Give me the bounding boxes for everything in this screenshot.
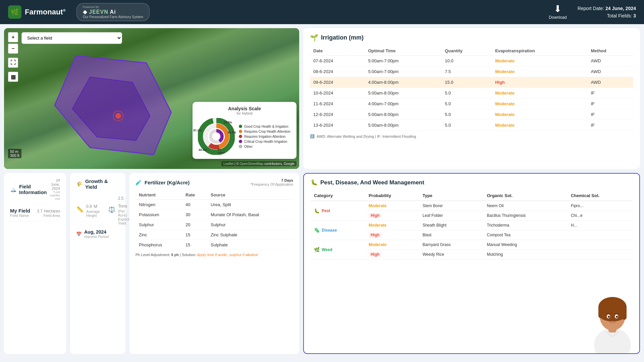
field-info-header: 🏔️ Field Information 24 June, 2024 *Last… (10, 178, 60, 200)
field-area-label: Field Area (37, 214, 60, 218)
svg-rect-18 (598, 305, 603, 318)
fertilizer-row: Nitrogen 40 Urea, Split (136, 200, 293, 210)
pest-prob: High (365, 211, 419, 221)
field-select-input[interactable]: Select a field (21, 32, 122, 44)
fertilizer-note: Ph Level Adjustment: 6 ph | Solution: Ap… (136, 253, 293, 257)
pest-icon: 🐛 (311, 179, 318, 186)
avatar-container (582, 283, 640, 354)
pest-chemical (568, 240, 633, 250)
pct-105: 10.5% (223, 121, 232, 124)
irrigation-note: ℹ️ AWD: Alternate Wetting and Drying | I… (310, 134, 633, 138)
height-value: 0.8 M (86, 202, 100, 209)
legend-dot-other (239, 145, 242, 148)
legend-dot-irrigation (239, 135, 242, 138)
irr-qty: 5.0 (441, 99, 492, 109)
pest-type: Barnyard Grass (419, 240, 484, 250)
legend-label-crop-health: Requires Crop Health Attention (244, 130, 290, 133)
irr-col-method: Method (588, 46, 634, 56)
legend-dot-good (239, 125, 242, 128)
pest-category: 🐛 Pest (311, 201, 365, 221)
irr-time: 5:00am-8:00pm (365, 120, 441, 131)
freq-label: *Frequency Of Application (251, 182, 293, 186)
irr-qty: 5.0 (441, 88, 492, 99)
pest-type: Blast (419, 230, 484, 240)
download-label: Download (549, 15, 567, 20)
irr-evap: Moderate (492, 99, 587, 109)
legend-irrigation: Requires Irrigation Attention (239, 135, 291, 138)
irrigation-header: 🌱 Irrigation (mm) (310, 34, 633, 42)
logo-icon: 🌿 (8, 5, 21, 19)
legend-label-other: Other (244, 145, 253, 148)
logo: 🌿 Farmonaut® (8, 5, 66, 19)
irr-time: 5:00am-7:00pm (365, 66, 441, 77)
irr-col-qty: Quantity (441, 46, 492, 56)
irrigation-row: 12-6-2024 5:00am-8:00pm 5.0 Moderate IF (310, 109, 633, 120)
pct-458: 45.8% (227, 131, 236, 134)
fert-source: Muriate Of Potash, Basal (207, 210, 293, 220)
analysis-scale-popup: Analysis Scale for Hybrid (193, 102, 297, 159)
irr-date: 12-6-2024 (310, 109, 365, 120)
fert-rate: 15 (182, 240, 207, 250)
irrigation-table: Date Optimal Time Quantity Evapotranspir… (310, 46, 633, 131)
jeevn-badge: Powered By ◈ JEEVN Ai Our Personalized F… (76, 3, 150, 21)
legend-dot-crop-health (239, 130, 242, 133)
field-info-icon: 🏔️ (10, 186, 16, 192)
irr-col-time: Optimal Time (365, 46, 441, 56)
map-scale: 50 m 300 ft (8, 149, 21, 158)
fert-nutrient: Phosphorus (136, 240, 182, 250)
field-area-group: 3.7 Hectares Field Area (37, 208, 60, 218)
layer-button[interactable]: ▦ (8, 72, 18, 82)
harvest-value: Aug, 2024 (84, 229, 109, 235)
height-metric: 📏 0.8 M Average Height (76, 194, 100, 225)
field-selector[interactable]: Select a field (21, 32, 122, 44)
field-area-value: 3.7 Hectares (37, 208, 60, 214)
irr-method: IF (588, 99, 634, 109)
fert-rate: 30 (182, 210, 207, 220)
fullscreen-button[interactable]: ⛶ (8, 58, 18, 68)
irrigation-title: Irrigation (mm) (321, 34, 364, 41)
fert-rate: 40 (182, 200, 207, 210)
irrigation-icon: 🌱 (310, 34, 318, 42)
map-panel: + − ⛶ ▦ Select a field 50 m 300 ft Leafl… (4, 28, 299, 169)
irr-qty: 5.0 (441, 109, 492, 120)
bottom-left-area: 🏔️ Field Information 24 June, 2024 *Last… (4, 173, 299, 354)
irr-qty: 10.0 (441, 56, 492, 66)
field-info-title: 🏔️ Field Information (10, 184, 47, 195)
irrigation-row: 10-6-2024 5:00am-8:00pm 5.0 Moderate IF (310, 88, 633, 99)
fertilizer-row: Sulphur 20 Sulphur (136, 220, 293, 230)
map-controls: + − ⛶ ▦ (8, 32, 18, 82)
irr-date: 10-6-2024 (310, 88, 365, 99)
pest-chemical (568, 250, 633, 259)
zoom-in-button[interactable]: + (8, 32, 18, 42)
field-info-date-group: 24 June, 2024 *Last satellite visit (47, 178, 60, 200)
download-button[interactable]: ⬇ Download (549, 4, 567, 20)
solution-link[interactable]: Apply lime if acidic, sulphur if alkalin… (197, 253, 258, 257)
irr-qty: 5.0 (441, 120, 492, 131)
irrigation-row: 08-6-2024 5:00am-7:00pm 7.5 Moderate AWD (310, 66, 633, 77)
irr-date: 09-6-2024 (310, 77, 365, 88)
pest-panel: 🐛 Pest, Disease, And Weed Management Cat… (303, 173, 640, 354)
download-icon: ⬇ (554, 4, 561, 14)
fertilizer-panel: 🧪 Fertilizer (Kg/Acre) 7 Days *Frequency… (129, 173, 299, 354)
fert-nutrient: Zinc (136, 230, 182, 240)
pest-col-category: Category (311, 191, 365, 201)
growth-panel: 🌾 Growth & Yield 📏 0.8 M Average Height … (70, 173, 125, 354)
svg-rect-19 (622, 305, 627, 320)
fertilizer-row: Zinc 15 Zinc Sulphate (136, 230, 293, 240)
pest-prob: Moderate (365, 201, 419, 211)
pest-col-organic: Organic Sol. (483, 191, 567, 201)
svg-point-23 (616, 316, 618, 318)
zoom-out-button[interactable]: − (8, 44, 18, 54)
powered-by-label: Powered By (83, 5, 99, 9)
irr-date: 13-6-2024 (310, 120, 365, 131)
pct-408: 40.8% (199, 148, 207, 152)
avatar-svg (582, 283, 640, 354)
fertilizer-table: Nutrient Rate Source Nitrogen 40 Urea, S… (136, 190, 293, 250)
harvest-label: Harvest Period (84, 235, 109, 239)
irr-qty: 7.5 (441, 66, 492, 77)
irr-qty: 15.0 (441, 77, 492, 88)
legend-dot-critical (239, 140, 242, 143)
header-right: ⬇ Download Report Date: 24 June, 2024 To… (549, 4, 636, 20)
irr-time: 5:00am-8:00pm (365, 109, 441, 120)
irr-time: 4:00am-8:00pm (365, 77, 441, 88)
